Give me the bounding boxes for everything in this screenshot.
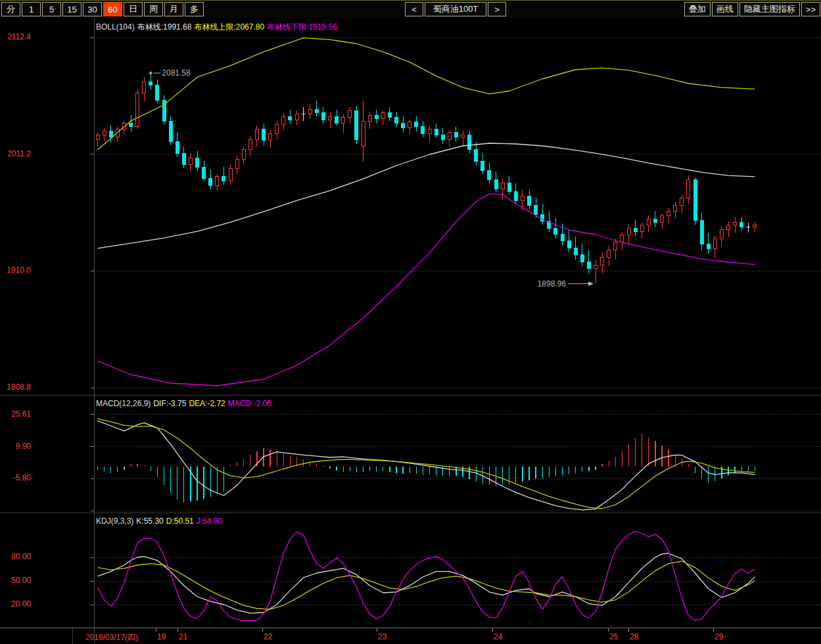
indicator-value: DIF:-3.75 — [153, 399, 186, 408]
y-axis-label: 25.61 — [0, 409, 31, 419]
x-axis-label: 24 — [494, 632, 502, 641]
period-button-多[interactable]: 多 — [185, 2, 204, 16]
period-button-周[interactable]: 周 — [144, 2, 163, 16]
x-axis-tick — [713, 628, 714, 632]
indicator-value: 布林线:1991.68 — [137, 22, 192, 32]
symbol-button[interactable]: 蜀商油100T — [425, 2, 486, 16]
toolbar-button-0[interactable]: 叠加 — [684, 2, 711, 16]
period-button-15[interactable]: 15 — [62, 2, 82, 16]
panel-separator — [0, 395, 821, 396]
toolbar-button-3[interactable]: >> — [801, 2, 820, 16]
kdj-indicator-chart[interactable] — [0, 513, 821, 628]
trading-chart-app: 分15153060日周月多 < 蜀商油100T > 叠加画线隐藏主图指标>> 2… — [0, 0, 821, 644]
axis-divider — [72, 628, 73, 644]
x-axis-label: 22 — [264, 632, 272, 641]
kdj-indicator-header: KDJ(9,3,3)K:55.30D:50.51J:64.90 — [96, 517, 225, 526]
period-button-30[interactable]: 30 — [83, 2, 102, 16]
x-axis-tick — [262, 628, 263, 632]
top-toolbar: 分15153060日周月多 < 蜀商油100T > 叠加画线隐藏主图指标>> — [0, 0, 821, 18]
indicator-value: K:55.30 — [136, 517, 163, 526]
period-button-5[interactable]: 5 — [42, 2, 61, 16]
indicator-value: 布林线下限:1915.56 — [267, 22, 337, 32]
time-axis-bar: 2016/03/17(四) 1921222324252829 — [0, 628, 821, 644]
x-axis-label: 19 — [157, 632, 166, 641]
svg-text:2081.58: 2081.58 — [162, 68, 191, 78]
toolbar-button-1[interactable]: 画线 — [712, 2, 738, 16]
y-axis-label: -5.80 — [0, 473, 31, 482]
toolbar-button-2[interactable]: 隐藏主图指标 — [739, 2, 800, 16]
x-axis-tick — [492, 628, 493, 632]
macd-indicator-chart[interactable] — [0, 396, 821, 513]
indicator-value: DEA:-2.72 — [189, 399, 225, 408]
x-axis-tick — [377, 628, 377, 632]
indicator-value: MACD:-2.06 — [228, 399, 271, 408]
y-axis-label: 1808.8 — [0, 382, 31, 392]
period-button-1[interactable]: 1 — [22, 2, 41, 16]
period-button-分[interactable]: 分 — [1, 2, 20, 16]
prev-symbol-button[interactable]: < — [405, 2, 423, 16]
y-axis-label: 9.90 — [0, 442, 31, 451]
y-axis-label: 20.00 — [0, 599, 31, 609]
period-button-group: 分15153060日周月多 — [1, 2, 204, 16]
macd-indicator-header: MACD(12,26,9)DIF:-3.75DEA:-2.72MACD:-2.0… — [96, 399, 274, 408]
x-axis-label: 28 — [630, 632, 638, 641]
indicator-name: KDJ(9,3,3) — [96, 517, 133, 526]
x-axis-label: 29 — [715, 632, 723, 641]
toolbar-right-group: 叠加画线隐藏主图指标>> — [684, 2, 820, 16]
y-axis-label: 80.00 — [0, 552, 31, 561]
indicator-value: D:50.51 — [166, 517, 194, 526]
next-symbol-button[interactable]: > — [488, 2, 506, 16]
indicator-name: BOLL(104) — [96, 22, 135, 32]
indicator-value: 布林线上限:2067.80 — [194, 22, 264, 32]
y-axis-label: 2011.2 — [0, 149, 31, 158]
x-axis-label: 21 — [179, 632, 187, 641]
x-axis-tick — [177, 628, 178, 632]
y-axis-line — [94, 18, 95, 628]
indicator-value: J:64.90 — [197, 517, 222, 526]
period-button-月[interactable]: 月 — [164, 2, 183, 16]
panel-separator — [0, 513, 821, 513]
period-button-60[interactable]: 60 — [103, 2, 122, 16]
x-axis-tick — [628, 628, 629, 632]
y-axis-label: 1910.0 — [0, 265, 31, 275]
status-date: 2016/03/17(四) — [85, 632, 138, 643]
x-axis-label: 23 — [378, 632, 387, 641]
x-axis-label: 25 — [609, 632, 618, 641]
main-candlestick-chart[interactable]: 2081.581898.96 — [0, 18, 821, 396]
symbol-nav-group: < 蜀商油100T > — [405, 2, 506, 16]
svg-text:1898.96: 1898.96 — [538, 279, 567, 288]
boll-indicator-header: BOLL(104)布林线:1991.68布林线上限:2067.80布林线下限:1… — [96, 22, 340, 33]
x-axis-tick — [608, 628, 609, 632]
x-axis-tick — [156, 628, 156, 632]
y-axis-label: 2112.4 — [0, 32, 31, 41]
y-axis-label: 50.00 — [0, 576, 31, 585]
indicator-name: MACD(12,26,9) — [96, 399, 151, 408]
period-button-日[interactable]: 日 — [124, 2, 143, 16]
